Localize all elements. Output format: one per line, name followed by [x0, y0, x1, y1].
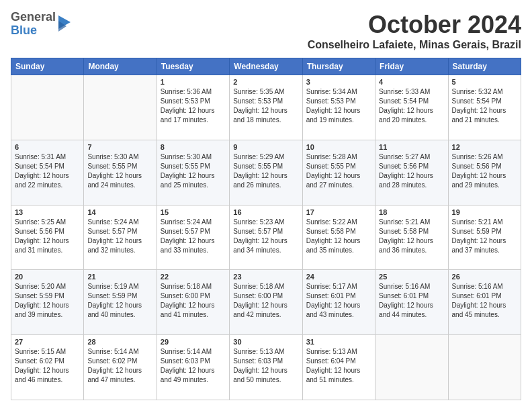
calendar-table: SundayMondayTuesdayWednesdayThursdayFrid…: [11, 58, 521, 400]
day-info: Sunrise: 5:36 AMSunset: 5:53 PMDaylight:…: [161, 87, 226, 125]
calendar-cell: 31Sunrise: 5:13 AMSunset: 6:04 PMDayligh…: [302, 335, 375, 400]
calendar-cell: 5Sunrise: 5:32 AMSunset: 5:54 PMDaylight…: [448, 75, 521, 140]
week-row-0: 1Sunrise: 5:36 AMSunset: 5:53 PMDaylight…: [11, 75, 521, 140]
day-number: 16: [233, 208, 298, 216]
calendar-cell: 7Sunrise: 5:30 AMSunset: 5:55 PMDaylight…: [84, 140, 157, 205]
day-info: Sunrise: 5:13 AMSunset: 6:04 PMDaylight:…: [306, 347, 371, 385]
week-row-3: 20Sunrise: 5:20 AMSunset: 5:59 PMDayligh…: [11, 270, 521, 335]
day-number: 20: [15, 273, 80, 281]
day-number: 22: [161, 273, 226, 281]
day-number: 1: [161, 78, 226, 86]
calendar-cell: 3Sunrise: 5:34 AMSunset: 5:53 PMDaylight…: [302, 75, 375, 140]
day-info: Sunrise: 5:32 AMSunset: 5:54 PMDaylight:…: [452, 87, 517, 125]
calendar-cell: [448, 335, 521, 400]
day-info: Sunrise: 5:24 AMSunset: 5:57 PMDaylight:…: [87, 218, 152, 255]
day-number: 17: [306, 208, 371, 216]
calendar-cell: 10Sunrise: 5:28 AMSunset: 5:55 PMDayligh…: [302, 140, 375, 205]
day-number: 15: [161, 208, 226, 216]
weekday-header-thursday: Thursday: [302, 58, 375, 75]
day-number: 27: [15, 338, 80, 346]
day-info: Sunrise: 5:13 AMSunset: 6:03 PMDaylight:…: [233, 347, 298, 385]
weekday-header-friday: Friday: [375, 58, 448, 75]
day-number: 2: [233, 78, 298, 86]
calendar-cell: 4Sunrise: 5:33 AMSunset: 5:54 PMDaylight…: [375, 75, 448, 140]
day-info: Sunrise: 5:18 AMSunset: 6:00 PMDaylight:…: [233, 282, 298, 320]
day-info: Sunrise: 5:25 AMSunset: 5:56 PMDaylight:…: [15, 218, 80, 255]
week-row-2: 13Sunrise: 5:25 AMSunset: 5:56 PMDayligh…: [11, 205, 521, 270]
calendar-cell: [11, 75, 84, 140]
day-number: 31: [306, 338, 371, 346]
calendar-cell: 20Sunrise: 5:20 AMSunset: 5:59 PMDayligh…: [11, 270, 84, 335]
week-row-1: 6Sunrise: 5:31 AMSunset: 5:54 PMDaylight…: [11, 140, 521, 205]
day-number: 12: [452, 143, 517, 151]
calendar-cell: 1Sunrise: 5:36 AMSunset: 5:53 PMDaylight…: [157, 75, 229, 140]
day-number: 19: [452, 208, 517, 216]
calendar-cell: 25Sunrise: 5:16 AMSunset: 6:01 PMDayligh…: [375, 270, 448, 335]
calendar-cell: 22Sunrise: 5:18 AMSunset: 6:00 PMDayligh…: [157, 270, 229, 335]
day-info: Sunrise: 5:28 AMSunset: 5:55 PMDaylight:…: [306, 152, 371, 190]
logo: General Blue: [11, 11, 71, 38]
day-info: Sunrise: 5:23 AMSunset: 5:57 PMDaylight:…: [233, 218, 298, 255]
calendar-cell: 29Sunrise: 5:14 AMSunset: 6:03 PMDayligh…: [157, 335, 229, 400]
day-number: 11: [379, 143, 444, 151]
calendar-cell: 13Sunrise: 5:25 AMSunset: 5:56 PMDayligh…: [11, 205, 84, 270]
logo-icon: [58, 15, 71, 32]
logo-blue: Blue: [11, 24, 56, 38]
calendar-cell: 19Sunrise: 5:21 AMSunset: 5:59 PMDayligh…: [448, 205, 521, 270]
calendar-cell: 12Sunrise: 5:26 AMSunset: 5:56 PMDayligh…: [448, 140, 521, 205]
weekday-header-saturday: Saturday: [448, 58, 521, 75]
day-number: 26: [452, 273, 517, 281]
month-title: October 2024: [308, 11, 521, 39]
day-number: 7: [87, 143, 152, 151]
calendar-cell: [375, 335, 448, 400]
calendar-cell: 2Sunrise: 5:35 AMSunset: 5:53 PMDaylight…: [230, 75, 302, 140]
day-info: Sunrise: 5:29 AMSunset: 5:55 PMDaylight:…: [233, 152, 298, 190]
day-number: 23: [233, 273, 298, 281]
day-number: 28: [87, 338, 152, 346]
day-info: Sunrise: 5:33 AMSunset: 5:54 PMDaylight:…: [379, 87, 444, 125]
day-info: Sunrise: 5:16 AMSunset: 6:01 PMDaylight:…: [452, 282, 517, 320]
page: General Blue October 2024 Conselheiro La…: [0, 0, 532, 411]
calendar-body: 1Sunrise: 5:36 AMSunset: 5:53 PMDaylight…: [11, 75, 521, 400]
title-block: October 2024 Conselheiro Lafaiete, Minas…: [308, 11, 521, 51]
day-info: Sunrise: 5:22 AMSunset: 5:58 PMDaylight:…: [306, 218, 371, 255]
day-number: 13: [15, 208, 80, 216]
day-info: Sunrise: 5:19 AMSunset: 5:59 PMDaylight:…: [87, 282, 152, 320]
weekday-header-tuesday: Tuesday: [157, 58, 229, 75]
week-row-4: 27Sunrise: 5:15 AMSunset: 6:02 PMDayligh…: [11, 335, 521, 400]
header: General Blue October 2024 Conselheiro La…: [11, 11, 521, 51]
calendar-cell: 23Sunrise: 5:18 AMSunset: 6:00 PMDayligh…: [230, 270, 302, 335]
calendar-cell: 24Sunrise: 5:17 AMSunset: 6:01 PMDayligh…: [302, 270, 375, 335]
weekday-header-wednesday: Wednesday: [230, 58, 302, 75]
day-info: Sunrise: 5:21 AMSunset: 5:59 PMDaylight:…: [452, 218, 517, 255]
day-number: 24: [306, 273, 371, 281]
weekday-header-monday: Monday: [84, 58, 157, 75]
day-number: 18: [379, 208, 444, 216]
day-info: Sunrise: 5:14 AMSunset: 6:02 PMDaylight:…: [87, 347, 152, 385]
day-number: 4: [379, 78, 444, 86]
day-number: 8: [161, 143, 226, 151]
calendar-cell: 16Sunrise: 5:23 AMSunset: 5:57 PMDayligh…: [230, 205, 302, 270]
day-info: Sunrise: 5:20 AMSunset: 5:59 PMDaylight:…: [15, 282, 80, 320]
calendar-cell: 11Sunrise: 5:27 AMSunset: 5:56 PMDayligh…: [375, 140, 448, 205]
calendar-cell: 30Sunrise: 5:13 AMSunset: 6:03 PMDayligh…: [230, 335, 302, 400]
logo-general: General: [11, 11, 56, 24]
day-info: Sunrise: 5:34 AMSunset: 5:53 PMDaylight:…: [306, 87, 371, 125]
day-info: Sunrise: 5:26 AMSunset: 5:56 PMDaylight:…: [452, 152, 517, 190]
calendar-cell: 9Sunrise: 5:29 AMSunset: 5:55 PMDaylight…: [230, 140, 302, 205]
calendar-cell: 21Sunrise: 5:19 AMSunset: 5:59 PMDayligh…: [84, 270, 157, 335]
day-info: Sunrise: 5:30 AMSunset: 5:55 PMDaylight:…: [87, 152, 152, 190]
calendar-cell: 18Sunrise: 5:21 AMSunset: 5:58 PMDayligh…: [375, 205, 448, 270]
weekday-header-row: SundayMondayTuesdayWednesdayThursdayFrid…: [11, 58, 521, 75]
day-info: Sunrise: 5:14 AMSunset: 6:03 PMDaylight:…: [161, 347, 226, 385]
calendar-cell: 15Sunrise: 5:24 AMSunset: 5:57 PMDayligh…: [157, 205, 229, 270]
day-info: Sunrise: 5:24 AMSunset: 5:57 PMDaylight:…: [161, 218, 226, 255]
day-number: 14: [87, 208, 152, 216]
day-number: 9: [233, 143, 298, 151]
calendar-cell: 8Sunrise: 5:30 AMSunset: 5:55 PMDaylight…: [157, 140, 229, 205]
calendar-cell: 28Sunrise: 5:14 AMSunset: 6:02 PMDayligh…: [84, 335, 157, 400]
weekday-header-sunday: Sunday: [11, 58, 84, 75]
day-number: 5: [452, 78, 517, 86]
day-number: 25: [379, 273, 444, 281]
day-number: 3: [306, 78, 371, 86]
